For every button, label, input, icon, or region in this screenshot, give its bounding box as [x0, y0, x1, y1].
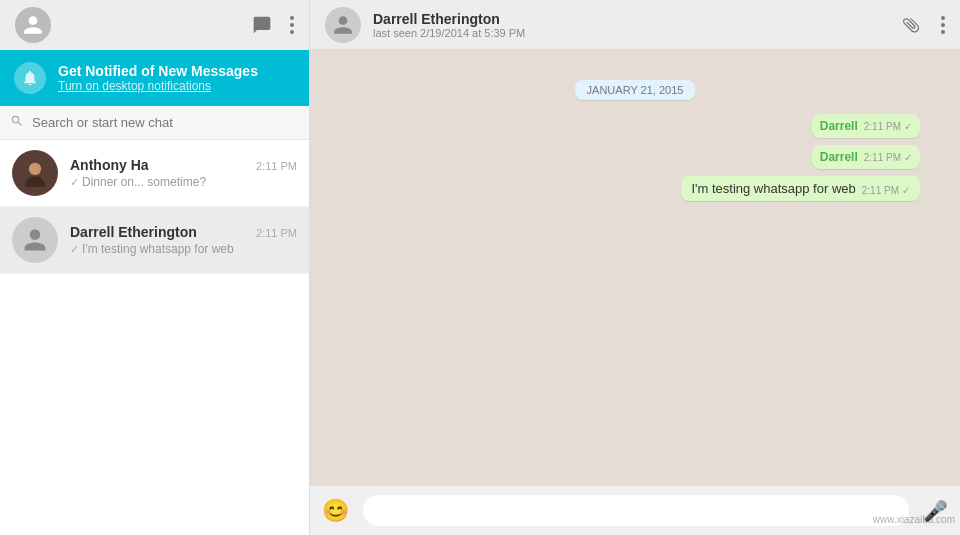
- darrell-tick: ✓: [70, 243, 79, 256]
- msg1-time: 2:11 PM: [864, 121, 901, 132]
- anthony-tick: ✓: [70, 176, 79, 189]
- msg3-text: I'm testing whatsapp for web: [691, 181, 855, 196]
- svg-point-7: [941, 30, 945, 34]
- left-header: [0, 0, 309, 50]
- darrell-avatar: [12, 217, 58, 263]
- chat-header-avatar: [325, 7, 361, 43]
- chat-item-anthony[interactable]: Anthony Ha 2:11 PM ✓ Dinner on... someti…: [0, 140, 309, 207]
- notification-bell-icon: [14, 62, 46, 94]
- emoji-button[interactable]: 😊: [322, 498, 349, 524]
- left-header-icons: [252, 15, 294, 35]
- svg-point-3: [29, 163, 41, 175]
- anthony-time: 2:11 PM: [256, 160, 297, 172]
- anthony-preview: ✓ Dinner on... sometime?: [70, 175, 297, 189]
- msg1-meta: 2:11 PM ✓: [864, 121, 912, 132]
- anthony-preview-text: Dinner on... sometime?: [82, 175, 206, 189]
- mic-button[interactable]: 🎤: [923, 499, 948, 523]
- msg1-tick: ✓: [904, 121, 912, 132]
- svg-point-4: [25, 176, 45, 187]
- message-bubble-2: Darrell 2:11 PM ✓: [812, 145, 920, 169]
- svg-point-2: [290, 30, 294, 34]
- search-icon: [10, 114, 24, 131]
- notification-banner: Get Notified of New Messages Turn on des…: [0, 50, 309, 106]
- message-row-3: I'm testing whatsapp for web 2:11 PM ✓: [350, 176, 920, 201]
- anthony-avatar: [12, 150, 58, 196]
- left-panel: Get Notified of New Messages Turn on des…: [0, 0, 310, 535]
- chat-header-status: last seen 2/19/2014 at 5:39 PM: [373, 27, 889, 39]
- right-panel: Darrell Etherington last seen 2/19/2014 …: [310, 0, 960, 535]
- app-container: Get Notified of New Messages Turn on des…: [0, 0, 960, 535]
- darrell-name-row: Darrell Etherington 2:11 PM: [70, 224, 297, 240]
- message-bubble-1: Darrell 2:11 PM ✓: [812, 114, 920, 138]
- darrell-chat-info: Darrell Etherington 2:11 PM ✓ I'm testin…: [70, 224, 297, 256]
- user-avatar[interactable]: [15, 7, 51, 43]
- menu-icon[interactable]: [290, 16, 294, 34]
- msg3-meta: 2:11 PM ✓: [862, 185, 910, 196]
- date-badge: JANUARY 21, 2015: [575, 80, 696, 100]
- left-header-left: [15, 7, 51, 43]
- search-input[interactable]: [32, 115, 299, 130]
- chat-menu-icon[interactable]: [941, 16, 945, 34]
- message-bubble-3: I'm testing whatsapp for web 2:11 PM ✓: [681, 176, 920, 201]
- svg-point-1: [290, 23, 294, 27]
- anthony-chat-info: Anthony Ha 2:11 PM ✓ Dinner on... someti…: [70, 157, 297, 189]
- message-row-2: Darrell 2:11 PM ✓: [350, 145, 920, 169]
- chat-header-icons: [901, 15, 945, 35]
- msg3-tick: ✓: [902, 185, 910, 196]
- svg-point-0: [290, 16, 294, 20]
- svg-point-5: [941, 16, 945, 20]
- darrell-preview: ✓ I'm testing whatsapp for web: [70, 242, 297, 256]
- new-chat-icon[interactable]: [252, 15, 272, 35]
- chat-list: Anthony Ha 2:11 PM ✓ Dinner on... someti…: [0, 140, 309, 535]
- notification-text: Get Notified of New Messages Turn on des…: [58, 63, 258, 93]
- notification-title: Get Notified of New Messages: [58, 63, 258, 79]
- date-divider: JANUARY 21, 2015: [350, 80, 920, 100]
- darrell-time: 2:11 PM: [256, 227, 297, 239]
- chat-input-area: 😊 🎤: [310, 485, 960, 535]
- message-input[interactable]: [363, 495, 909, 526]
- msg2-time: 2:11 PM: [864, 152, 901, 163]
- msg1-sender: Darrell: [820, 119, 858, 133]
- darrell-name: Darrell Etherington: [70, 224, 197, 240]
- attach-icon[interactable]: [901, 15, 921, 35]
- chat-item-darrell[interactable]: Darrell Etherington 2:11 PM ✓ I'm testin…: [0, 207, 309, 274]
- notification-link[interactable]: Turn on desktop notifications: [58, 79, 258, 93]
- msg2-meta: 2:11 PM ✓: [864, 152, 912, 163]
- darrell-preview-text: I'm testing whatsapp for web: [82, 242, 234, 256]
- anthony-name-row: Anthony Ha 2:11 PM: [70, 157, 297, 173]
- message-row-1: Darrell 2:11 PM ✓: [350, 114, 920, 138]
- msg2-sender: Darrell: [820, 150, 858, 164]
- search-bar: [0, 106, 309, 140]
- messages-area: JANUARY 21, 2015 Darrell 2:11 PM ✓ Darre…: [310, 50, 960, 485]
- anthony-name: Anthony Ha: [70, 157, 149, 173]
- svg-point-6: [941, 23, 945, 27]
- msg3-time: 2:11 PM: [862, 185, 899, 196]
- chat-header-name: Darrell Etherington: [373, 11, 889, 27]
- chat-header-info: Darrell Etherington last seen 2/19/2014 …: [373, 11, 889, 39]
- chat-header: Darrell Etherington last seen 2/19/2014 …: [310, 0, 960, 50]
- msg2-tick: ✓: [904, 152, 912, 163]
